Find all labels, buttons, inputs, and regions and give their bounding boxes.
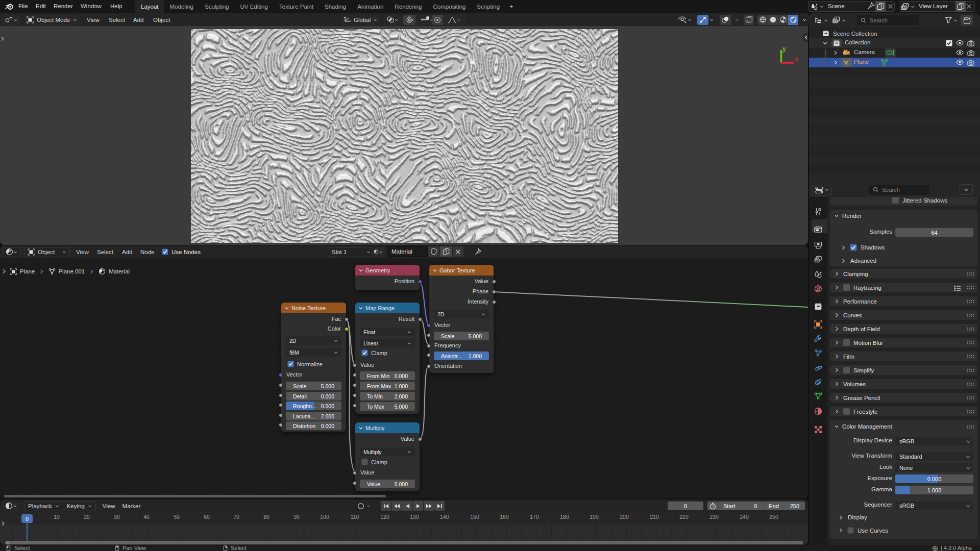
svg-text:y: y — [782, 45, 786, 53]
svg-text:x: x — [795, 56, 798, 63]
